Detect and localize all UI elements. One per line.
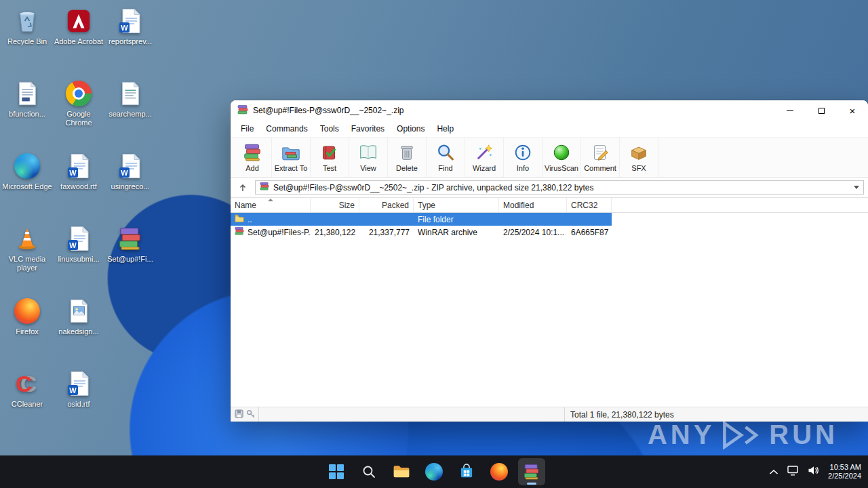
column-header-type[interactable]: Type <box>414 198 499 212</box>
wizard-button[interactable]: Wizard <box>465 138 504 177</box>
column-header-packed[interactable]: Packed <box>359 198 414 212</box>
taskbar-search-button[interactable] <box>355 458 382 485</box>
sfx-label: SFX <box>631 164 646 172</box>
menu-favorites[interactable]: Favorites <box>345 121 391 136</box>
desktop-icon-linuxsubmi[interactable]: W linuxsubmi... <box>53 222 104 294</box>
clock-date: 2/25/2024 <box>828 472 861 481</box>
file-row-parent-folder[interactable]: .. File folder <box>231 213 612 226</box>
taskbar-clock[interactable]: 10:53 AM 2/25/2024 <box>828 463 861 481</box>
taskbar-winrar-button[interactable] <box>518 458 545 485</box>
desktop-icon-firefox[interactable]: Firefox <box>1 294 53 367</box>
column-header-crc32[interactable]: CRC32 <box>567 198 612 212</box>
menu-options[interactable]: Options <box>391 121 431 136</box>
tray-chevron-up-button[interactable] <box>769 466 778 478</box>
desktop-icon-reportsprev[interactable]: W reportsprev... <box>104 4 156 77</box>
window-title: Set@up#!Files-P@ssw0rD__~2502~_.zip <box>253 106 403 115</box>
desktop-icon-label: Set@up#!Fi... <box>107 255 153 264</box>
document-icon <box>116 79 144 108</box>
maximize-icon <box>818 108 825 114</box>
test-label: Test <box>323 164 336 172</box>
column-header-name[interactable]: Name <box>231 198 311 212</box>
desktop-icon-microsoft-edge[interactable]: Microsoft Edge <box>1 149 53 222</box>
taskbar-edge-button[interactable] <box>420 458 448 485</box>
key-icon[interactable] <box>246 409 255 420</box>
adobe-acrobat-icon <box>64 7 93 35</box>
start-button[interactable] <box>323 458 350 485</box>
info-button[interactable]: Info <box>504 138 542 177</box>
add-label: Add <box>245 164 259 172</box>
taskbar-file-explorer-button[interactable] <box>388 458 415 485</box>
column-header-modified[interactable]: Modified <box>499 198 567 212</box>
desktop-icon-adobe-acrobat[interactable]: Adobe Acrobat <box>53 4 104 77</box>
minimize-button[interactable] <box>774 100 806 121</box>
desktop-icon-vlc[interactable]: VLC media player <box>1 222 53 294</box>
file-name: Set@up#!Files-P... <box>248 228 311 237</box>
file-name: .. <box>248 215 252 224</box>
up-directory-button[interactable] <box>235 180 251 195</box>
maximize-button[interactable] <box>806 100 837 121</box>
file-type: File folder <box>414 215 499 224</box>
winrar-books-icon <box>523 463 540 481</box>
menu-commands[interactable]: Commands <box>260 121 313 136</box>
word-document-icon: W <box>64 369 93 398</box>
watermark-text-left: ANY <box>648 420 715 450</box>
taskbar: 10:53 AM 2/25/2024 <box>0 455 868 488</box>
column-header-size[interactable]: Size <box>311 198 359 212</box>
wizard-label: Wizard <box>473 164 496 172</box>
desktop-icon-nakedsign[interactable]: nakedsign... <box>53 294 104 367</box>
desktop-icon-bfunction[interactable]: bfunction... <box>1 77 53 149</box>
desktop-icon-label: Firefox <box>16 327 39 336</box>
close-button[interactable]: × <box>837 100 868 121</box>
taskbar-firefox-button[interactable] <box>486 458 513 485</box>
anyrun-play-logo <box>720 420 764 450</box>
file-row-archive[interactable]: Set@up#!Files-P... 21,380,122 21,337,777… <box>231 226 612 239</box>
add-button[interactable]: Add <box>233 138 272 177</box>
desktop-icon-setup-archive[interactable]: Set@up#!Fi... <box>104 222 156 294</box>
desktop-icon-google-chrome[interactable]: Google Chrome <box>53 77 104 149</box>
tray-network-button[interactable] <box>787 466 799 479</box>
menu-file[interactable]: File <box>235 121 260 136</box>
desktop-icon-osid[interactable]: W osid.rtf <box>53 367 104 439</box>
virusscan-icon <box>551 142 572 163</box>
winrar-books-icon <box>116 224 144 253</box>
virusscan-button[interactable]: VirusScan <box>542 138 581 177</box>
virusscan-label: VirusScan <box>545 164 578 172</box>
menu-tools[interactable]: Tools <box>314 121 345 136</box>
find-button[interactable]: Find <box>427 138 465 177</box>
desktop-icon-label: Adobe Acrobat <box>54 37 103 46</box>
view-button[interactable]: View <box>349 138 388 177</box>
test-icon <box>319 142 340 163</box>
taskbar-store-button[interactable] <box>453 458 480 485</box>
desktop-icon-ccleaner[interactable]: CC CCleaner <box>1 367 53 439</box>
desktop-icon-faxwood[interactable]: W faxwood.rtf <box>53 149 104 222</box>
chevron-down-icon[interactable] <box>854 186 859 189</box>
info-icon <box>513 142 533 163</box>
address-field[interactable]: Set@up#!Files-P@ssw0rD__~2502~_.zip - ZI… <box>255 180 864 195</box>
comment-button[interactable]: Comment <box>581 138 620 177</box>
svg-text:W: W <box>121 169 128 177</box>
winrar-app-icon <box>237 104 248 117</box>
sfx-button[interactable]: SFX <box>620 138 658 177</box>
delete-button[interactable]: Delete <box>388 138 427 177</box>
chrome-icon <box>64 79 93 108</box>
menu-bar: File Commands Tools Favorites Options He… <box>231 121 868 137</box>
address-bar-row: Set@up#!Files-P@ssw0rD__~2502~_.zip - ZI… <box>231 178 868 198</box>
extract-to-icon <box>281 142 301 163</box>
disk-icon[interactable] <box>235 409 243 420</box>
desktop-icon-usingreco[interactable]: W usingreco... <box>104 149 156 222</box>
sort-ascending-icon <box>268 199 273 201</box>
tray-volume-button[interactable] <box>808 466 819 478</box>
desktop-grid-spacer <box>104 294 156 367</box>
column-headers: Name Size Packed Type Modified CRC32 <box>231 198 868 213</box>
menu-help[interactable]: Help <box>431 121 460 136</box>
extract-to-button[interactable]: Extract To <box>272 138 311 177</box>
wizard-icon <box>474 142 494 163</box>
desktop-icon-recycle-bin[interactable]: Recycle Bin <box>1 4 53 77</box>
test-button[interactable]: Test <box>311 138 349 177</box>
document-icon <box>13 79 41 108</box>
desktop-icon-searchemp[interactable]: searchemp... <box>104 77 156 149</box>
window-titlebar[interactable]: Set@up#!Files-P@ssw0rD__~2502~_.zip × <box>231 100 868 121</box>
svg-text:W: W <box>69 169 77 177</box>
delete-icon <box>397 142 417 163</box>
anyrun-watermark: ANY RUN <box>648 420 838 450</box>
